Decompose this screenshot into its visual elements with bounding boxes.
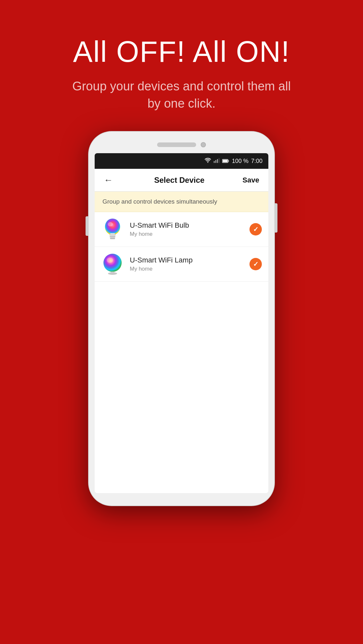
wifi-icon xyxy=(205,158,211,164)
hero-subtitle: Group your devices and control them all … xyxy=(68,78,295,112)
check-icon: ✓ xyxy=(253,260,259,268)
info-banner: Group and control devices simultaneously xyxy=(95,192,268,212)
svg-point-14 xyxy=(107,258,113,263)
phone-screen: 100 % 7:00 ← Select Device Save Group an… xyxy=(95,153,268,493)
svg-rect-10 xyxy=(110,236,115,238)
svg-rect-5 xyxy=(222,160,227,162)
device-list: U-Smart WiFi Bulb My home ✓ xyxy=(95,212,268,282)
device-name: U-Smart WiFi Bulb xyxy=(130,221,249,230)
svg-rect-11 xyxy=(110,238,115,239)
device-icon-wrap xyxy=(101,218,124,241)
list-item[interactable]: U-Smart WiFi Bulb My home ✓ xyxy=(95,212,268,247)
device-info: U-Smart WiFi Lamp My home xyxy=(130,256,249,272)
lamp-icon xyxy=(102,253,123,275)
svg-rect-0 xyxy=(214,161,215,163)
selected-badge[interactable]: ✓ xyxy=(249,258,262,270)
hero-title: All OFF! All ON! xyxy=(73,36,290,68)
back-button[interactable]: ← xyxy=(101,172,115,188)
check-icon: ✓ xyxy=(253,225,259,233)
svg-rect-12 xyxy=(110,233,115,235)
power-button xyxy=(275,203,277,233)
app-header: ← Select Device Save xyxy=(95,169,268,192)
volume-button xyxy=(86,216,88,236)
selected-badge[interactable]: ✓ xyxy=(249,223,262,235)
svg-point-13 xyxy=(103,254,122,272)
phone-shell: 100 % 7:00 ← Select Device Save Group an… xyxy=(89,132,274,505)
battery-percent: 100 % xyxy=(232,158,249,165)
signal-icon xyxy=(214,158,220,164)
svg-point-16 xyxy=(108,272,117,275)
device-name: U-Smart WiFi Lamp xyxy=(130,256,249,264)
status-icons: 100 % 7:00 xyxy=(205,158,262,165)
list-item[interactable]: U-Smart WiFi Lamp My home ✓ xyxy=(95,247,268,282)
svg-rect-3 xyxy=(219,158,220,163)
svg-rect-6 xyxy=(228,160,229,162)
svg-rect-1 xyxy=(215,160,216,163)
svg-point-7 xyxy=(105,219,120,235)
battery-icon xyxy=(222,159,229,163)
empty-area xyxy=(95,282,268,493)
phone-bottom xyxy=(95,493,268,500)
page-title: Select Device xyxy=(119,176,240,185)
info-text: Group and control devices simultaneously xyxy=(102,198,217,205)
save-button[interactable]: Save xyxy=(240,173,262,187)
hero-section: All OFF! All ON! Group your devices and … xyxy=(0,0,363,132)
svg-rect-2 xyxy=(217,159,218,163)
phone-top-bar xyxy=(95,138,268,153)
phone-speaker xyxy=(157,142,196,147)
clock: 7:00 xyxy=(251,158,262,165)
svg-point-8 xyxy=(108,222,113,227)
status-bar: 100 % 7:00 xyxy=(95,153,268,169)
device-location: My home xyxy=(130,231,249,237)
phone-container: 100 % 7:00 ← Select Device Save Group an… xyxy=(89,132,274,522)
bulb-icon xyxy=(103,218,122,241)
device-location: My home xyxy=(130,266,249,272)
phone-camera xyxy=(201,142,206,147)
device-icon-wrap xyxy=(101,253,124,275)
device-info: U-Smart WiFi Bulb My home xyxy=(130,221,249,237)
